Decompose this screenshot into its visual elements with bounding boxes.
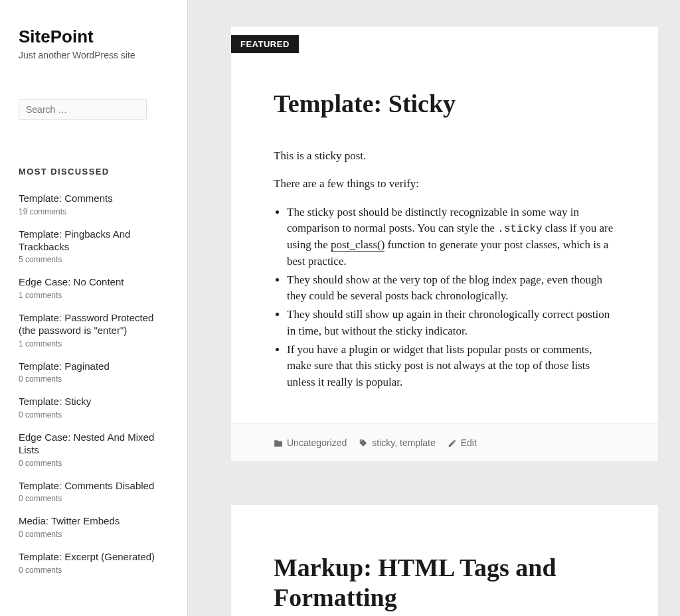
main-content: FEATURED Template: Sticky This is a stic… bbox=[188, 0, 680, 616]
list-item: Template: Password Protected (the passwo… bbox=[19, 312, 166, 348]
post-content: This is a sticky post. There are a few t… bbox=[274, 148, 616, 390]
pencil-icon bbox=[448, 439, 457, 448]
post-title-link[interactable]: Template: Sticky bbox=[274, 90, 456, 117]
list-item: Template: Comments 19 comments bbox=[19, 193, 166, 216]
list-item: Template: Pingbacks And Trackbacks 5 com… bbox=[19, 228, 166, 265]
tags-group: sticky, template bbox=[359, 437, 435, 448]
list-item-link[interactable]: Template: Password Protected (the passwo… bbox=[19, 312, 166, 337]
folder-icon bbox=[274, 439, 283, 448]
list-item-meta: 0 comments bbox=[19, 566, 166, 575]
paragraph: There are a few things to verify: bbox=[274, 176, 616, 193]
list-item-meta: 0 comments bbox=[19, 530, 166, 539]
post-title: Template: Sticky bbox=[274, 89, 616, 119]
most-discussed-list: Template: Comments 19 comments Template:… bbox=[19, 193, 166, 575]
edit-link[interactable]: Edit bbox=[461, 437, 477, 448]
tag-link[interactable]: sticky bbox=[372, 437, 394, 448]
paragraph: This is a sticky post. bbox=[274, 148, 616, 165]
list-item-link[interactable]: Media: Twitter Embeds bbox=[19, 515, 166, 528]
widget-title-most-discussed: MOST DISCUSSED bbox=[19, 167, 166, 177]
post-markup: Markup: HTML Tags and Formatting bbox=[231, 505, 658, 616]
post-footer: Uncategorized sticky, template Edit bbox=[231, 424, 658, 461]
site-tagline: Just another WordPress site bbox=[19, 50, 166, 60]
text: , bbox=[394, 437, 400, 448]
tag-icon bbox=[359, 439, 368, 448]
list-item-link[interactable]: Template: Excerpt (Generated) bbox=[19, 551, 166, 564]
list-item-meta: 0 comments bbox=[19, 459, 166, 468]
search-input[interactable] bbox=[19, 99, 147, 120]
tag-link[interactable]: template bbox=[400, 437, 436, 448]
list-item: Edge Case: Nested And Mixed Lists 0 comm… bbox=[19, 431, 166, 468]
list-item-meta: 0 comments bbox=[19, 494, 166, 503]
category-link[interactable]: Uncategorized bbox=[287, 437, 347, 448]
list-item-link[interactable]: Template: Comments Disabled bbox=[19, 480, 166, 493]
bullet-item: They should still show up again in their… bbox=[287, 307, 616, 339]
list-item: Template: Paginated 0 comments bbox=[19, 360, 166, 384]
list-item-link[interactable]: Template: Pingbacks And Trackbacks bbox=[19, 228, 166, 254]
bullet-item: If you have a plugin or widget that list… bbox=[287, 342, 616, 390]
site-title[interactable]: SitePoint bbox=[19, 27, 166, 47]
post-sticky: FEATURED Template: Sticky This is a stic… bbox=[231, 27, 658, 461]
list-item-link[interactable]: Template: Sticky bbox=[19, 396, 166, 408]
list-item-link[interactable]: Edge Case: No Content bbox=[19, 276, 166, 289]
list-item-meta: 1 comments bbox=[19, 291, 166, 300]
list-item-meta: 1 comments bbox=[19, 339, 166, 348]
list-item: Template: Sticky 0 comments bbox=[19, 396, 166, 420]
list-item-meta: 0 comments bbox=[19, 410, 166, 420]
list-item-link[interactable]: Template: Comments bbox=[19, 193, 166, 205]
list-item-meta: 0 comments bbox=[19, 374, 166, 384]
list-item: Media: Twitter Embeds 0 comments bbox=[19, 515, 166, 539]
list-item: Edge Case: No Content 1 comments bbox=[19, 276, 166, 300]
post-title: Markup: HTML Tags and Formatting bbox=[274, 553, 616, 613]
list-item: Template: Excerpt (Generated) 0 comments bbox=[19, 551, 166, 575]
edit-group: Edit bbox=[448, 437, 477, 448]
bullet-list: The sticky post should be distinctly rec… bbox=[274, 204, 616, 390]
featured-badge: FEATURED bbox=[231, 35, 299, 53]
list-item-link[interactable]: Edge Case: Nested And Mixed Lists bbox=[19, 431, 166, 457]
link-post-class[interactable]: post_class() bbox=[331, 238, 384, 252]
list-item-link[interactable]: Template: Paginated bbox=[19, 360, 166, 373]
category-group: Uncategorized bbox=[274, 437, 347, 448]
bullet-item: They should show at the very top of the … bbox=[287, 272, 616, 305]
post-body: Markup: HTML Tags and Formatting bbox=[231, 505, 658, 616]
list-item-meta: 5 comments bbox=[19, 255, 166, 264]
bullet-item: The sticky post should be distinctly rec… bbox=[287, 204, 616, 270]
post-title-link[interactable]: Markup: HTML Tags and Formatting bbox=[274, 554, 556, 611]
code: .sticky bbox=[497, 223, 542, 235]
list-item: Template: Comments Disabled 0 comments bbox=[19, 480, 166, 504]
list-item-meta: 19 comments bbox=[19, 207, 166, 216]
sidebar: SitePoint Just another WordPress site MO… bbox=[0, 0, 188, 616]
post-body: Template: Sticky This is a sticky post. … bbox=[231, 27, 658, 424]
